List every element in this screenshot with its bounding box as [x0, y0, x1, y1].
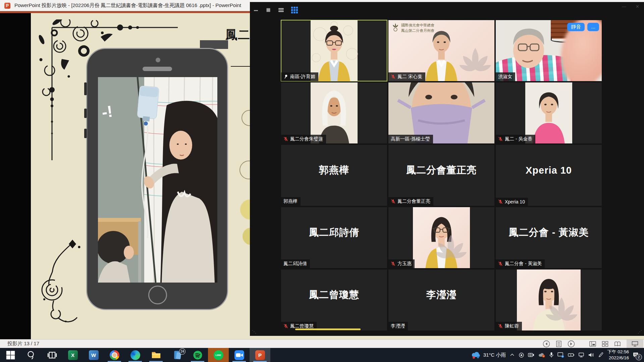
taskbar-button-spotify[interactable]: [187, 348, 208, 362]
muted-mic-icon: [283, 137, 288, 141]
volume-icon[interactable]: [588, 352, 594, 358]
video-tile[interactable]: 鳳二分會 - 黃淑美鳳二分會 - 黃淑美: [496, 207, 602, 268]
slideshow-menu-button[interactable]: [556, 340, 562, 348]
participant-name-tag: Xperia 10: [496, 198, 528, 206]
lotus-watermark: [457, 44, 494, 81]
participant-display-name: 李瀅瀅: [388, 288, 494, 302]
line-icon: LINE: [214, 350, 223, 360]
participant-video: [301, 20, 368, 81]
video-tile[interactable]: 方玉惠: [388, 207, 494, 268]
mute-participant-button[interactable]: 靜音: [567, 23, 585, 31]
start-icon: [6, 350, 15, 360]
battery-icon[interactable]: [568, 353, 575, 357]
participant-display-name: 鳳二邱詩倩: [281, 226, 387, 239]
participant-name-tag: 陳虹蓉: [496, 322, 522, 330]
resize-handle[interactable]: ⋰: [638, 329, 642, 334]
muted-mic-icon: [391, 74, 395, 79]
zoom-window: — ✕ 南區-許育媚國際佛光會中華總會鳳山第二分會月例會鳳二 宋心葉 靜音...…: [250, 2, 644, 336]
next-slide-button[interactable]: [568, 340, 575, 348]
microphone-icon[interactable]: [549, 352, 554, 358]
video-tile[interactable]: 郭燕樺郭燕樺: [281, 145, 387, 206]
window-close-icon[interactable]: ✕: [636, 4, 639, 9]
taskbar-button-your-phone[interactable]: 24: [166, 348, 187, 362]
maximize-icon[interactable]: [266, 7, 271, 13]
pen-icon[interactable]: [598, 352, 603, 358]
muted-mic-icon: [498, 261, 503, 266]
reading-view-button[interactable]: [614, 340, 621, 348]
participant-display-name: 鳳二曾瓊慧: [281, 288, 387, 302]
search-icon: [26, 350, 36, 360]
normal-view-button[interactable]: [589, 340, 596, 348]
gallery-scroll-indicator[interactable]: [295, 328, 361, 330]
excel-icon: X: [68, 350, 78, 360]
taskbar-button-zoom[interactable]: [229, 348, 250, 362]
zoom-app-icon: [234, 350, 244, 360]
participant-name-tag: 鳳二分會 - 黃淑美: [496, 259, 545, 268]
video-tile[interactable]: 高新一區-孫楊士瑩: [388, 82, 494, 143]
powerpoint-statusbar: 投影片 13 / 17: [0, 339, 644, 348]
video-tile[interactable]: 靜音...洪淑女: [496, 20, 602, 81]
word-icon: W: [89, 350, 99, 360]
video-tile[interactable]: 鳳二邱詩倩鳳二邱詩倩: [281, 207, 387, 268]
video-tile[interactable]: 鳳二分會朱璧蓮: [281, 82, 387, 143]
participant-name: 李瀅瀅: [391, 323, 405, 329]
screen-share-icon[interactable]: [557, 352, 564, 358]
video-tile[interactable]: 鳳二分會董正亮鳳二分會董正亮: [388, 145, 494, 206]
taskbar-button-powerpoint[interactable]: P: [250, 348, 270, 362]
video-tile[interactable]: 南區-許育媚: [281, 20, 387, 81]
more-options-button[interactable]: ...: [587, 23, 599, 31]
weather-widget[interactable]: 31°C 小雨: [471, 351, 506, 359]
participant-name: 鳳二分會 - 黃淑美: [505, 261, 542, 267]
minimize-icon[interactable]: [253, 7, 259, 13]
video-tile[interactable]: 陳虹蓉: [496, 269, 602, 330]
participant-name-tag: 郭燕樺: [281, 197, 301, 206]
participant-name-tag: 南區-許育媚: [281, 72, 318, 81]
taskbar-button-edge[interactable]: [125, 348, 146, 362]
phone-side-button: [84, 129, 87, 138]
participant-portrait: [309, 82, 359, 143]
previous-slide-button[interactable]: [543, 340, 550, 348]
clock[interactable]: 下午 02:56 2022/6/16: [607, 349, 629, 361]
taskbar-button-line[interactable]: LINE: [208, 348, 229, 362]
window-minimize-icon[interactable]: —: [622, 4, 626, 9]
phone-mockup: -!: [86, 48, 228, 310]
video-tile[interactable]: Xperia 10Xperia 10: [496, 145, 602, 206]
camera-icon[interactable]: [528, 352, 534, 358]
participant-name: 方玉惠: [397, 261, 412, 267]
resize-handle[interactable]: ⋱: [252, 329, 256, 334]
taskbar-button-file-explorer[interactable]: [146, 348, 166, 362]
weather-text: 31°C 小雨: [483, 352, 506, 358]
participant-video: [413, 207, 470, 268]
participant-name: 鳳二邱詩倩: [283, 261, 307, 267]
participant-name: 郭燕樺: [283, 198, 298, 204]
taskbar-button-search[interactable]: [21, 348, 42, 362]
onedrive-paused-icon[interactable]: [538, 352, 545, 358]
muted-mic-icon: [391, 261, 395, 266]
taskbar-button-task-view[interactable]: [42, 348, 62, 362]
video-tile[interactable]: 鳳二 - 吳金香: [496, 82, 602, 143]
gallery-view-icon[interactable]: [291, 7, 298, 13]
taskbar-button-excel[interactable]: X: [62, 348, 83, 362]
tray-overflow-chevron-icon[interactable]: [509, 353, 515, 357]
window-title: PowerPoint 投影片放映 - [202206月份 鳳二世紀讀書會-電影讀…: [14, 2, 241, 9]
video-tile[interactable]: 鳳二曾瓊慧鳳二曾瓊慧: [281, 269, 387, 330]
participant-portrait: [301, 20, 368, 81]
participant-name: Xperia 10: [505, 199, 525, 204]
blia-banner-text: 國際佛光會中華總會鳳山第二分會月例會: [392, 23, 434, 34]
participant-video: [517, 269, 581, 330]
slide-sorter-view-button[interactable]: [602, 340, 608, 348]
notification-center-button[interactable]: 2: [633, 352, 641, 358]
taskbar-button-start[interactable]: [0, 348, 21, 362]
muted-mic-icon: [498, 137, 503, 141]
record-icon[interactable]: [519, 352, 524, 358]
powerpoint-app-icon: P: [4, 3, 10, 9]
speaker-view-icon[interactable]: [278, 7, 284, 13]
taskbar-button-chrome[interactable]: [104, 348, 125, 362]
network-icon[interactable]: [578, 352, 584, 358]
taskbar-button-word[interactable]: W: [83, 348, 104, 362]
phone-side-button: [84, 109, 87, 118]
participant-display-name: 郭燕樺: [281, 164, 387, 177]
video-tile[interactable]: 李瀅瀅李瀅瀅: [388, 269, 494, 330]
slideshow-view-button[interactable]: [627, 340, 643, 348]
video-tile[interactable]: 國際佛光會中華總會鳳山第二分會月例會鳳二 宋心葉: [388, 20, 494, 81]
